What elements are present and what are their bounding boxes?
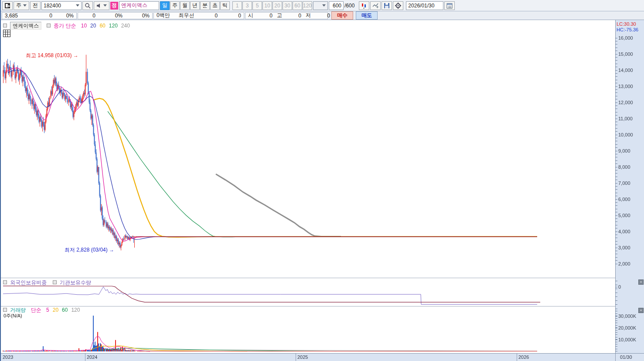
sell-button[interactable]: 매도 [356, 11, 378, 20]
legend-bullet-icon [47, 24, 51, 27]
period-button-일[interactable]: 일 [160, 1, 170, 10]
x-axis-label-2023: 2023 [3, 354, 13, 360]
high-value: 0 [286, 13, 301, 19]
prev-button[interactable]: 전 [30, 1, 41, 10]
price-tick-label: 6,000 [618, 197, 630, 202]
calendar-button[interactable] [444, 1, 455, 10]
custom-interval-combo[interactable] [313, 1, 328, 10]
minute-button-3[interactable]: 3 [242, 1, 252, 10]
minute-button-60[interactable]: 60 [293, 1, 302, 10]
ma-legend-60: 60 [99, 23, 105, 29]
period-button-월[interactable]: 월 [180, 1, 190, 10]
stock-name-button[interactable]: 엔케이맥스 [10, 22, 41, 30]
price-change: 0 [37, 13, 52, 19]
settings-button[interactable] [393, 1, 403, 10]
ma-legend-120: 120 [109, 23, 118, 29]
buy-button[interactable]: 매수 [331, 11, 353, 20]
price-tick-label: 8,000 [618, 164, 630, 170]
chevron-down-icon [322, 4, 326, 7]
chevron-down-icon [76, 4, 79, 7]
quote-volume-cell: 0 0% 0% [78, 12, 153, 19]
save-button[interactable] [382, 1, 392, 10]
hc-value: HC:-75.36 [617, 27, 638, 32]
volume-sub-label: 0주(N/A) [3, 313, 22, 319]
period-button-년[interactable]: 년 [190, 1, 200, 10]
period-button-주[interactable]: 주 [170, 1, 180, 10]
volume-ma-legend-60: 60 [62, 307, 68, 313]
x-axis-divider [85, 354, 85, 361]
period-shortcut-label: 주 [16, 2, 21, 9]
current-price: 3,685 [5, 13, 31, 19]
quote-price-cell: 3,685 0 0% [2, 12, 77, 19]
x-axis-divider [517, 354, 517, 361]
ma-legend-240: 240 [121, 23, 130, 29]
price-tick-label: 12,000 [618, 100, 633, 105]
price-tick-label: 14,000 [618, 68, 633, 73]
bar-count-total: /600 [344, 3, 354, 9]
volume-panel-close-icon[interactable]: × [638, 308, 644, 313]
grid-toggle-icon[interactable] [3, 30, 10, 37]
price-tick-label: 9,000 [618, 148, 630, 153]
volume-tick-label: 20,000K [618, 325, 636, 330]
x-axis-label-2025: 2025 [297, 354, 308, 360]
chevron-down-icon [23, 4, 27, 7]
price-tick-label: 3,000 [618, 245, 630, 250]
high-label: 고 [277, 12, 282, 19]
save-icon [384, 3, 390, 9]
price-tick-mark [615, 38, 617, 38]
minute-button-20[interactable]: 20 [273, 1, 282, 10]
institution-holdings-label: 기관보유수량 [60, 279, 91, 286]
line-tool-button[interactable] [370, 1, 381, 10]
period-button-틱[interactable]: 틱 [220, 1, 230, 10]
mid-tick-label: 0 [618, 284, 621, 289]
period-shortcut-combo[interactable]: 주 [14, 1, 29, 10]
chart-canvas[interactable] [1, 20, 644, 361]
minute-button-1[interactable]: 1 [232, 1, 242, 10]
lc-value: LC:30.30 [617, 21, 636, 27]
stock-code-input[interactable]: 182400 [41, 1, 82, 10]
price-tick-label: 13,000 [618, 84, 633, 89]
calendar-icon [446, 3, 453, 9]
minute-button-30[interactable]: 30 [283, 1, 292, 10]
new-window-icon[interactable] [2, 1, 13, 10]
stock-name-field[interactable]: 엔케이맥스 [119, 1, 159, 10]
quote-v5: 0% [135, 13, 150, 19]
chart-type-button[interactable] [359, 1, 369, 10]
period-button-분[interactable]: 분 [200, 1, 210, 10]
toolbar: 주 전 182400 정 엔케이맥스 일주월년분초틱 1351020306012… [1, 0, 644, 11]
minute-button-group: 13510203060120 [232, 1, 312, 10]
price-tick-label: 16,000 [618, 35, 633, 41]
search-button[interactable] [82, 1, 93, 10]
open-label: 시 [248, 12, 253, 19]
mid-panel-close-icon[interactable]: × [638, 279, 644, 285]
price-change-pct: 0% [59, 13, 74, 19]
best-quote-label: 최우선 [178, 12, 194, 19]
quote-v4: 0% [108, 13, 123, 19]
volume-ma-legend-5: 5 [46, 307, 49, 313]
volume-ma-legend-group: 52060120 [43, 307, 80, 313]
gear-icon [395, 3, 401, 9]
mid-legend: 외국인보유비중 기관보유수량 [3, 279, 91, 286]
price-tick-label: 2,000 [618, 261, 630, 266]
legend-close-label: 종가 [54, 23, 64, 29]
jeong-badge: 정 [110, 2, 118, 10]
mid-minor-ticks [615, 281, 617, 305]
bar-count-input[interactable]: 600 [329, 1, 344, 10]
volume-title: 거래량 [10, 307, 26, 313]
volume-ma-legend-20: 20 [53, 307, 58, 313]
open-value: 0 [258, 13, 273, 19]
minute-button-5[interactable]: 5 [252, 1, 262, 10]
ma-legend-10: 10 [81, 23, 87, 29]
legend-bullet-icon [3, 308, 7, 312]
volume-type-label: 단순 [31, 307, 41, 313]
minute-button-120[interactable]: 120 [303, 1, 312, 10]
price-tick-label: 11,000 [618, 116, 633, 121]
price-tick-label: 10,000 [618, 132, 633, 137]
date-input[interactable]: 2026/01/30 [406, 1, 443, 10]
sound-combo[interactable] [94, 1, 109, 10]
low-label: 저 [306, 12, 311, 19]
period-button-초[interactable]: 초 [210, 1, 220, 10]
price-tick-label: 4,000 [618, 229, 630, 234]
legend-type-label: 단순 [65, 23, 76, 29]
minute-button-10[interactable]: 10 [262, 1, 272, 10]
